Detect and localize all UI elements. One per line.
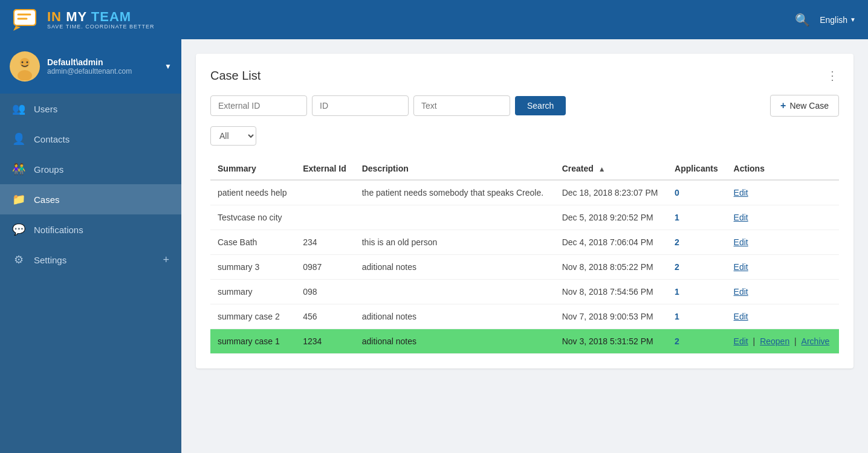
- col-external-id: External Id: [296, 158, 355, 180]
- sidebar-item-contacts-label: Contacts: [34, 134, 70, 144]
- sidebar-item-contacts[interactable]: 👤 Contacts: [0, 124, 181, 154]
- user-name: Default\admin: [47, 57, 157, 67]
- content-card: Case List ⋮ Search + New Case All: [196, 54, 853, 368]
- cell-external-id: [296, 180, 355, 205]
- action-edit-link[interactable]: Edit: [734, 287, 748, 297]
- new-case-button[interactable]: + New Case: [770, 95, 839, 117]
- applicants-count: 2: [675, 262, 679, 272]
- col-summary: Summary: [210, 158, 296, 180]
- cases-icon: 📁: [12, 193, 25, 206]
- header-right: 🔍 English ▼: [795, 13, 856, 27]
- text-input[interactable]: [413, 95, 510, 116]
- action-separator: |: [792, 336, 798, 346]
- action-edit-link[interactable]: Edit: [734, 262, 748, 272]
- sidebar-item-groups-label: Groups: [34, 164, 63, 175]
- action-edit-link[interactable]: Edit: [734, 237, 748, 247]
- lang-dropdown-arrow: ▼: [850, 16, 856, 23]
- cell-summary: summary: [210, 280, 296, 304]
- cell-applicants: 2: [667, 230, 726, 255]
- cell-created: Dec 5, 2018 9:20:52 PM: [555, 205, 667, 230]
- cell-applicants: 1: [667, 205, 726, 230]
- new-case-label: New Case: [789, 101, 829, 111]
- cell-actions: Edit: [727, 180, 839, 205]
- cell-description: aditional notes: [355, 255, 555, 280]
- sidebar-item-cases[interactable]: 📁 Cases: [0, 184, 181, 214]
- cell-description: aditional notes: [355, 329, 555, 354]
- cell-actions: Edit: [727, 304, 839, 329]
- table-row: Case Bath 234 this is an old person Dec …: [210, 230, 839, 255]
- external-id-input[interactable]: [210, 95, 307, 116]
- cell-summary: summary case 1: [210, 329, 296, 354]
- cell-external-id: [296, 205, 355, 230]
- col-created[interactable]: Created ▲: [555, 158, 667, 180]
- logo-title: IN MY TEAM: [47, 10, 155, 24]
- notifications-icon: 💬: [12, 223, 25, 236]
- language-selector[interactable]: English ▼: [820, 15, 856, 25]
- user-dropdown-arrow: ▼: [164, 62, 172, 71]
- contacts-icon: 👤: [12, 132, 25, 146]
- lang-label: English: [820, 15, 847, 25]
- logo-icon: [12, 5, 41, 34]
- cell-external-id: 1234: [296, 329, 355, 354]
- user-profile[interactable]: Default\admin admin@defaulttenant.com ▼: [0, 39, 181, 94]
- sidebar-item-users[interactable]: 👥 Users: [0, 94, 181, 124]
- action-archive-link[interactable]: Archive: [802, 336, 830, 346]
- sidebar-item-cases-label: Cases: [34, 194, 60, 205]
- cell-summary: Testvcase no city: [210, 205, 296, 230]
- svg-point-9: [27, 62, 28, 63]
- cell-applicants: 2: [667, 255, 726, 280]
- col-created-label: Created: [562, 164, 594, 173]
- logo-text: IN MY TEAM SAVE TIME. COORDINATE BETTER: [47, 10, 155, 30]
- table-row: summary case 2 456 aditional notes Nov 7…: [210, 304, 839, 329]
- col-actions: Actions: [727, 158, 839, 180]
- settings-icon: ⚙: [12, 253, 25, 266]
- sidebar-item-settings[interactable]: ⚙ Settings +: [0, 245, 181, 275]
- cell-actions: Edit: [727, 230, 839, 255]
- applicants-count: 2: [675, 237, 679, 247]
- search-icon-button[interactable]: 🔍: [795, 13, 810, 27]
- cell-summary: patient needs help: [210, 180, 296, 205]
- user-email: admin@defaulttenant.com: [47, 67, 157, 76]
- action-edit-link[interactable]: Edit: [734, 312, 748, 321]
- id-input[interactable]: [312, 95, 409, 116]
- sidebar-item-groups[interactable]: 👫 Groups: [0, 154, 181, 184]
- sidebar-item-notifications[interactable]: 💬 Notifications: [0, 214, 181, 245]
- action-edit-link[interactable]: Edit: [734, 336, 748, 346]
- action-reopen-link[interactable]: Reopen: [760, 336, 789, 346]
- col-applicants: Applicants: [667, 158, 726, 180]
- cell-summary: Case Bath: [210, 230, 296, 255]
- cell-applicants: 1: [667, 280, 726, 304]
- sort-asc-icon: ▲: [598, 165, 606, 173]
- search-button[interactable]: Search: [515, 96, 566, 115]
- cell-applicants: 2: [667, 329, 726, 354]
- cell-external-id: 456: [296, 304, 355, 329]
- action-edit-link[interactable]: Edit: [734, 213, 748, 222]
- sidebar: Default\admin admin@defaulttenant.com ▼ …: [0, 39, 181, 453]
- cell-summary: summary case 2: [210, 304, 296, 329]
- cell-description: [355, 205, 555, 230]
- svg-point-8: [22, 62, 24, 63]
- card-header: Case List ⋮: [210, 68, 839, 83]
- applicants-count: 0: [675, 188, 679, 198]
- svg-marker-4: [13, 26, 21, 31]
- sidebar-item-notifications-label: Notifications: [34, 225, 83, 235]
- settings-plus-icon[interactable]: +: [163, 254, 169, 266]
- applicants-count: 1: [675, 213, 679, 222]
- cell-created: Nov 8, 2018 8:05:22 PM: [555, 255, 667, 280]
- action-edit-link[interactable]: Edit: [734, 188, 748, 198]
- table-row: summary case 1 1234 aditional notes Nov …: [210, 329, 839, 354]
- cell-created: Nov 8, 2018 7:54:56 PM: [555, 280, 667, 304]
- table-body: patient needs help the patient needs som…: [210, 180, 839, 354]
- cell-applicants: 0: [667, 180, 726, 205]
- col-description: Description: [355, 158, 555, 180]
- logo-subtitle: SAVE TIME. COORDINATE BETTER: [47, 24, 155, 30]
- applicants-count: 2: [675, 336, 679, 346]
- table-row: summary 3 0987 aditional notes Nov 8, 20…: [210, 255, 839, 280]
- sidebar-item-settings-label: Settings: [34, 255, 66, 265]
- status-filter-select[interactable]: All: [210, 126, 256, 146]
- applicants-count: 1: [675, 287, 679, 297]
- cell-applicants: 1: [667, 304, 726, 329]
- table-row: summary 098 Nov 8, 2018 7:54:56 PM 1 Edi…: [210, 280, 839, 304]
- avatar: [10, 51, 40, 82]
- card-menu-button[interactable]: ⋮: [826, 68, 839, 83]
